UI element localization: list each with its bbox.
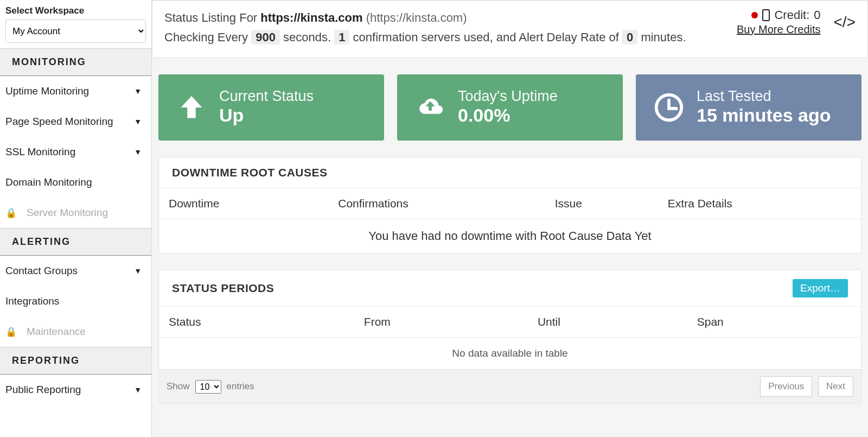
column-confirmations: Confirmations [328,188,545,219]
downtime-title: DOWNTIME ROOT CAUSES [172,166,328,179]
chevron-down-icon: ▼ [134,117,142,126]
phone-icon [762,9,770,21]
card-uptime-value: 0.00% [458,104,558,126]
card-current-status: Current Status Up [158,74,384,141]
confirm-suffix: confirmation servers used, and Alert Del… [349,30,622,44]
sidebar-item-page-speed-monitoring[interactable]: Page Speed Monitoring▼ [0,106,151,137]
main-content: Status Listing For https://kinsta.com (h… [152,0,868,437]
sidebar-item-label: Page Speed Monitoring [5,116,113,128]
sidebar-item-label: Maintenance [27,326,86,338]
column-extra-details: Extra Details [658,188,861,219]
sidebar-item-maintenance: 🔒Maintenance [0,316,151,347]
credit-label: Credit: [774,8,809,22]
check-every-label: Checking Every [164,30,251,44]
card-last-tested: Last Tested 15 minutes ago [636,74,861,141]
buy-credits-link[interactable]: Buy More Credits [737,23,821,36]
arrow-up-icon [175,91,208,124]
chevron-down-icon: ▼ [134,87,142,96]
card-status-value: Up [219,104,314,126]
section-monitoring: MONITORING [0,48,151,76]
credit-value: 0 [814,8,820,22]
status-url: https://kinsta.com [260,11,362,24]
card-uptime: Today's Uptime 0.00% [397,74,623,141]
entries-label: entries [227,381,254,392]
periods-empty: No data available in table [159,337,861,369]
sidebar-item-label: SSL Monitoring [5,146,75,158]
chevron-down-icon: ▼ [134,267,142,275]
next-button[interactable]: Next [818,376,853,397]
sidebar-item-domain-monitoring[interactable]: Domain Monitoring [0,167,151,198]
export-button[interactable]: Export… [793,279,848,297]
chevron-down-icon: ▼ [134,148,142,156]
sidebar-item-integrations[interactable]: Integrations [0,286,151,316]
column-until: Until [528,307,687,338]
lock-icon: 🔒 [5,207,17,219]
sidebar-item-label: Integrations [5,295,59,307]
delay-chip: 0 [622,30,637,45]
cloud-upload-icon [413,91,447,124]
status-url-paren: (https://kinsta.com) [366,11,467,24]
workspace-select[interactable]: My Account [5,20,146,43]
sidebar-item-contact-groups[interactable]: Contact Groups▼ [0,256,151,286]
status-dot-icon [751,12,758,18]
status-prefix: Status Listing For [164,11,260,24]
seconds-chip: 900 [251,30,280,45]
downtime-empty: You have had no downtime with Root Cause… [159,219,861,253]
sidebar-item-label: Domain Monitoring [5,176,92,188]
sidebar-item-public-reporting[interactable]: Public Reporting▼ [0,375,151,405]
code-icon[interactable]: </> [834,14,856,31]
show-label: Show [167,381,190,392]
sidebar: Select Workspace My Account MONITORING U… [0,0,152,437]
card-tested-label: Last Tested [697,88,831,105]
card-uptime-label: Today's Uptime [458,88,558,105]
column-downtime: Downtime [159,188,328,219]
periods-title: STATUS PERIODS [172,282,274,295]
column-from: From [354,307,528,338]
downtime-panel: DOWNTIME ROOT CAUSES DowntimeConfirmatio… [158,157,861,254]
confirm-chip: 1 [334,30,349,45]
periods-panel: STATUS PERIODS Export… StatusFromUntilSp… [158,270,861,404]
sidebar-item-uptime-monitoring[interactable]: Uptime Monitoring▼ [0,76,151,106]
chevron-down-icon: ▼ [134,385,142,394]
previous-button[interactable]: Previous [760,376,812,397]
section-reporting: REPORTING [0,347,151,375]
card-status-label: Current Status [219,88,314,105]
sidebar-item-label: Public Reporting [5,384,81,396]
column-issue: Issue [545,188,658,219]
workspace-label: Select Workspace [0,2,151,20]
seconds-suffix: seconds. [280,30,334,44]
card-tested-value: 15 minutes ago [697,104,831,126]
page-size-select[interactable]: 10 [195,380,221,394]
column-status: Status [159,307,354,338]
clock-icon [652,91,686,124]
lock-icon: 🔒 [5,326,17,338]
sidebar-item-label: Server Monitoring [27,207,108,219]
sidebar-item-server-monitoring: 🔒Server Monitoring [0,198,151,228]
status-listing-bar: Status Listing For https://kinsta.com (h… [152,0,868,58]
sidebar-item-ssl-monitoring[interactable]: SSL Monitoring▼ [0,137,151,167]
sidebar-item-label: Contact Groups [5,265,78,277]
section-alerting: ALERTING [0,228,151,256]
column-span: Span [687,307,861,338]
sidebar-item-label: Uptime Monitoring [5,85,89,97]
delay-suffix: minutes. [637,30,686,44]
